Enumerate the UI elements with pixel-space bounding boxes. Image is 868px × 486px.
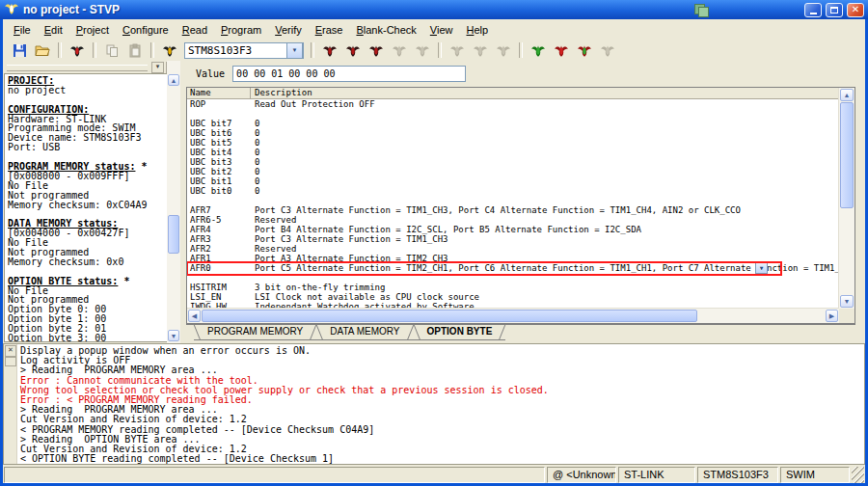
bird-icon [345,43,361,58]
value-bar: Value [196,65,466,82]
menu-help[interactable]: Help [459,22,495,38]
erase-device-button[interactable] [597,40,618,60]
open-button[interactable] [32,40,53,60]
bird-icon [368,43,384,58]
minimize-button[interactable] [804,3,822,17]
menu-read[interactable]: Read [176,22,214,38]
read-all-button[interactable] [447,40,468,60]
option-name: UBC bit2 [187,167,251,176]
menu-view[interactable]: View [423,22,460,38]
pane-gripper[interactable] [7,65,148,71]
option-row-ubc-bit0[interactable]: UBC bit00 [187,186,839,196]
blank-check-button[interactable] [412,40,433,60]
read-device-button[interactable] [528,40,549,60]
dropdown-arrow-icon[interactable]: ▼ [286,42,303,59]
menu-verify[interactable]: Verify [268,22,309,38]
scroll-down-button[interactable]: ▼ [168,330,179,341]
option-row-rop[interactable]: ROPRead Out Protection OFF [187,99,839,109]
left-panel-body: PROJECT:no projectCONFIGURATION:Hardware… [4,73,179,342]
scroll-down-button[interactable]: ▼ [840,295,854,308]
device-select[interactable]: STM8S103F3▼ [184,42,304,59]
option-name [187,109,251,119]
value-label: Value [196,68,225,79]
read-tab-button[interactable] [319,40,340,60]
scroll-up-button[interactable]: ▲ [168,74,179,86]
device-bird-button[interactable] [159,40,180,60]
option-name: UBC bit1 [187,176,251,186]
menu-erase[interactable]: Erase [309,22,350,38]
table-hscrollbar[interactable]: ◀ ▶ [187,308,839,323]
table-vscrollbar[interactable]: ▲ ▼ [838,88,854,309]
log-output: Display a popup window when an error occ… [17,344,864,464]
bird-icon [415,43,430,58]
left-panel-scrollbar[interactable]: ▲ ▼ [167,61,180,343]
scrollbar-corner [839,309,854,323]
info-line: Option byte 3: 00 [8,334,176,342]
save-button[interactable] [9,40,30,60]
option-name: UBC bit0 [187,186,251,196]
option-row-afr7[interactable]: AFR7Port C3 Alternate Function = TIM1_CH… [187,205,839,215]
menu-program[interactable]: Program [214,22,268,38]
scroll-up-button[interactable]: ▲ [840,89,854,101]
tab-program-memory[interactable]: PROGRAM MEMORY [194,325,316,340]
option-row-ubc-bit3[interactable]: UBC bit30 [187,157,839,167]
copy-button[interactable] [101,40,122,60]
paste-button[interactable] [124,40,146,60]
option-row-ubc-bit4[interactable]: UBC bit40 [187,148,839,157]
program-tab-button[interactable] [342,40,364,60]
maximize-button[interactable] [826,3,843,17]
erase-button[interactable] [389,40,410,60]
scroll-thumb[interactable] [202,310,697,322]
log-pin-button[interactable] [5,357,16,366]
option-row-afr0[interactable]: AFR0Port C5 Alternate Function = TIM2_CH… [187,263,839,273]
option-row-ubc-bit2[interactable]: UBC bit20 [187,167,839,176]
bird-icon [473,43,488,58]
verify-all-button[interactable] [493,40,514,60]
resize-grip[interactable] [852,467,864,483]
status-panel: ▾ ✕ PROJECT:no projectCONFIGURATION:Hard… [3,61,180,343]
option-description: 0 [251,148,839,157]
program-all-button[interactable] [470,40,491,60]
option-name: ROP [187,99,251,109]
menu-edit[interactable]: Edit [38,22,69,38]
copy-icon [105,43,120,58]
option-row-lsi-en[interactable]: LSI_ENLSI Clock not available as CPU clo… [187,292,839,302]
menu-project[interactable]: Project [69,22,116,38]
tab-option-byte[interactable]: OPTION BYTE [414,325,506,340]
verify-tab-button[interactable] [366,40,387,60]
pane-menu-button[interactable]: ▾ [151,62,164,73]
option-row-ubc-bit7[interactable]: UBC bit70 [187,119,839,128]
option-description: 3 bit on-the-fly trimming [251,283,839,292]
scroll-thumb[interactable] [168,215,179,254]
program-device-button[interactable] [551,40,572,60]
option-row-ubc-bit6[interactable]: UBC bit60 [187,128,839,138]
log-close-button[interactable]: ✕ [5,345,16,357]
tab-data-memory[interactable]: DATA MEMORY [316,325,413,340]
log-line: < OPTION BYTE reading completed -- [Devi… [20,454,864,464]
option-row-afr2[interactable]: AFR2Reserved [187,244,839,254]
option-row-afr6-5[interactable]: AFR6-5Reserved [187,215,839,225]
menu-blank-check[interactable]: Blank-Check [349,22,422,38]
option-name: AFR4 [187,225,251,234]
option-row-ubc-bit1[interactable]: UBC bit10 [187,176,839,186]
option-row-afr3[interactable]: AFR3Port C3 Alternate Function = TIM1_CH… [187,234,839,244]
option-name: AFR3 [187,234,251,244]
option-row-afr4[interactable]: AFR4Port B4 Alternate Function = I2C_SCL… [187,225,839,234]
scroll-left-button[interactable]: ◀ [188,310,201,322]
menu-file[interactable]: File [7,22,38,38]
close-button[interactable]: ✕ [847,3,864,17]
verify-device-button[interactable] [574,40,595,60]
bird-icon [554,43,569,58]
scroll-thumb[interactable] [840,102,854,208]
toolbar-separator [58,42,62,58]
menu-configure[interactable]: Configure [116,22,176,38]
option-description: Port B4 Alternate Function = I2C_SCL, Po… [251,225,839,234]
column-name: Name [187,88,251,98]
scroll-right-button[interactable]: ▶ [826,310,838,322]
app-icon [4,1,19,19]
value-input[interactable] [232,66,466,82]
configure-programmer-button[interactable] [67,40,88,60]
option-row-hsitrim[interactable]: HSITRIM3 bit on-the-fly trimming [187,283,839,292]
status-message [4,467,545,483]
option-row-ubc-bit5[interactable]: UBC bit50 [187,138,839,148]
